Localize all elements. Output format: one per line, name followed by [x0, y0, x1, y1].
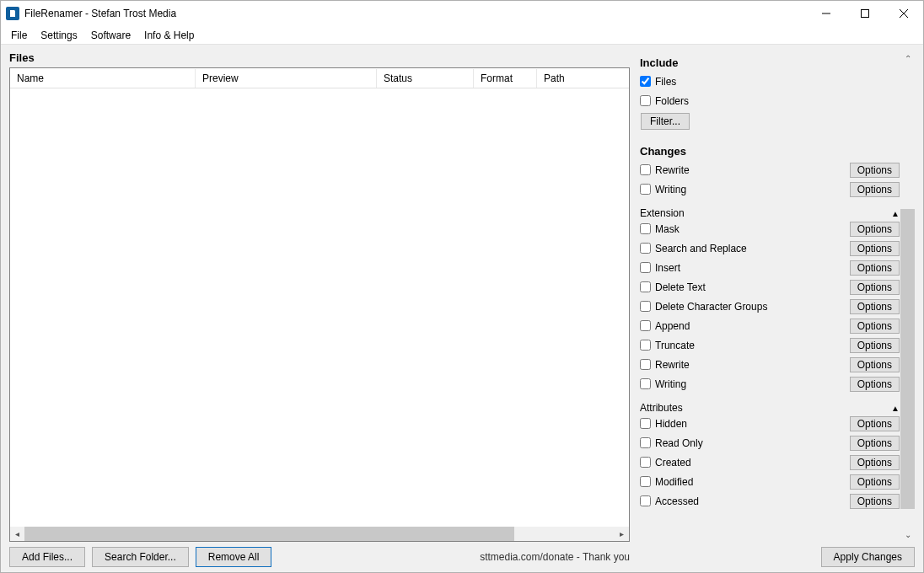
attr-modified-label: Modified: [655, 476, 850, 488]
ext-search-replace-label: Search and Replace: [655, 243, 850, 254]
ext-delete-char-groups-label: Delete Character Groups: [655, 301, 850, 313]
include-files-label: Files: [655, 76, 900, 88]
status-text: sttmedia.com/donate - Thank you: [480, 551, 630, 563]
scroll-track[interactable]: [900, 66, 915, 527]
changes-heading: Changes: [640, 145, 900, 158]
attr-modified-checkbox[interactable]: [640, 476, 651, 487]
menu-software[interactable]: Software: [84, 28, 137, 43]
ext-insert-options-button[interactable]: Options: [850, 260, 900, 276]
ext-rewrite-checkbox[interactable]: [640, 359, 651, 370]
ext-delete-char-groups-options-button[interactable]: Options: [850, 299, 900, 314]
include-heading: Include: [640, 56, 900, 69]
include-folders-label: Folders: [655, 95, 900, 107]
attr-created-label: Created: [655, 457, 850, 469]
collapse-icon[interactable]: ▲: [891, 209, 900, 218]
include-folders-checkbox[interactable]: [640, 95, 651, 106]
add-files-button[interactable]: Add Files...: [9, 547, 85, 567]
ext-mask-label: Mask: [655, 223, 850, 235]
files-pane: Files Name Preview Status Format Path ◂ …: [1, 45, 635, 572]
options-pane: Include Files Folders Filter... Changes …: [635, 45, 923, 572]
scroll-track[interactable]: [24, 527, 615, 541]
ext-append-checkbox[interactable]: [640, 320, 651, 331]
scroll-up-icon[interactable]: ⌃: [900, 51, 915, 66]
scroll-down-icon[interactable]: ⌄: [900, 527, 915, 542]
ext-rewrite-label: Rewrite: [655, 359, 850, 371]
horizontal-scrollbar[interactable]: ◂ ▸: [10, 527, 629, 541]
ext-delete-text-options-button[interactable]: Options: [850, 280, 900, 295]
ext-insert-checkbox[interactable]: [640, 262, 651, 273]
attr-read-only-label: Read Only: [655, 437, 850, 449]
attr-hidden-checkbox[interactable]: [640, 418, 651, 429]
ext-delete-char-groups-checkbox[interactable]: [640, 301, 651, 312]
menu-settings[interactable]: Settings: [34, 28, 83, 43]
titlebar: FileRenamer - Stefan Trost Media: [1, 1, 923, 26]
attr-created-options-button[interactable]: Options: [850, 455, 900, 470]
changes-rewrite-label: Rewrite: [655, 164, 850, 176]
search-folder-button[interactable]: Search Folder...: [92, 547, 189, 567]
extension-heading: Extension: [640, 207, 891, 219]
attr-read-only-options-button[interactable]: Options: [850, 436, 900, 451]
ext-truncate-checkbox[interactable]: [640, 340, 651, 351]
attr-hidden-label: Hidden: [655, 418, 850, 430]
ext-truncate-options-button[interactable]: Options: [850, 338, 900, 353]
changes-writing-options-button[interactable]: Options: [850, 182, 900, 197]
collapse-icon[interactable]: ▲: [891, 404, 900, 413]
ext-writing-checkbox[interactable]: [640, 378, 651, 389]
ext-append-label: Append: [655, 320, 850, 332]
maximize-button[interactable]: [846, 1, 884, 26]
menu-file[interactable]: File: [4, 28, 34, 43]
include-files-checkbox[interactable]: [640, 76, 651, 87]
window-title: FileRenamer - Stefan Trost Media: [24, 8, 176, 19]
scroll-right-icon[interactable]: ▸: [615, 527, 629, 541]
vertical-scrollbar[interactable]: ⌃ ⌄: [900, 51, 915, 542]
col-name[interactable]: Name: [10, 69, 196, 88]
ext-append-options-button[interactable]: Options: [850, 319, 900, 334]
svg-rect-1: [862, 10, 869, 18]
attr-created-checkbox[interactable]: [640, 457, 651, 468]
attr-modified-options-button[interactable]: Options: [850, 474, 900, 490]
ext-mask-checkbox[interactable]: [640, 223, 651, 234]
col-preview[interactable]: Preview: [196, 69, 377, 88]
apply-changes-button[interactable]: Apply Changes: [821, 547, 915, 567]
attr-accessed-label: Accessed: [655, 495, 850, 507]
col-format[interactable]: Format: [474, 69, 537, 88]
ext-search-replace-options-button[interactable]: Options: [850, 241, 900, 256]
scroll-thumb[interactable]: [24, 527, 514, 541]
attr-accessed-checkbox[interactable]: [640, 495, 651, 506]
ext-writing-label: Writing: [655, 378, 850, 390]
filter-button[interactable]: Filter...: [641, 113, 690, 130]
ext-search-replace-checkbox[interactable]: [640, 243, 651, 254]
close-button[interactable]: [884, 1, 923, 26]
menubar: File Settings Software Info & Help: [1, 26, 923, 45]
menu-info-help[interactable]: Info & Help: [137, 28, 201, 43]
changes-writing-label: Writing: [655, 184, 850, 195]
app-icon: [6, 7, 19, 20]
ext-mask-options-button[interactable]: Options: [850, 222, 900, 237]
ext-delete-text-checkbox[interactable]: [640, 281, 651, 292]
ext-truncate-label: Truncate: [655, 340, 850, 351]
attr-hidden-options-button[interactable]: Options: [850, 416, 900, 431]
ext-rewrite-options-button[interactable]: Options: [850, 357, 900, 372]
changes-rewrite-checkbox[interactable]: [640, 164, 651, 175]
files-table[interactable]: Name Preview Status Format Path ◂ ▸: [9, 67, 630, 542]
col-status[interactable]: Status: [377, 69, 474, 88]
scroll-left-icon[interactable]: ◂: [10, 527, 24, 541]
ext-delete-text-label: Delete Text: [655, 281, 850, 293]
table-header: Name Preview Status Format Path: [10, 68, 629, 88]
ext-insert-label: Insert: [655, 262, 850, 274]
attr-read-only-checkbox[interactable]: [640, 437, 651, 448]
minimize-button[interactable]: [807, 1, 846, 26]
attributes-heading: Attributes: [640, 402, 891, 414]
col-path[interactable]: Path: [537, 69, 629, 88]
scroll-thumb[interactable]: [900, 209, 915, 509]
attr-accessed-options-button[interactable]: Options: [850, 494, 900, 509]
remove-all-button[interactable]: Remove All: [196, 547, 272, 567]
changes-writing-checkbox[interactable]: [640, 184, 651, 195]
changes-rewrite-options-button[interactable]: Options: [850, 163, 900, 178]
ext-writing-options-button[interactable]: Options: [850, 377, 900, 392]
files-heading: Files: [9, 51, 630, 64]
